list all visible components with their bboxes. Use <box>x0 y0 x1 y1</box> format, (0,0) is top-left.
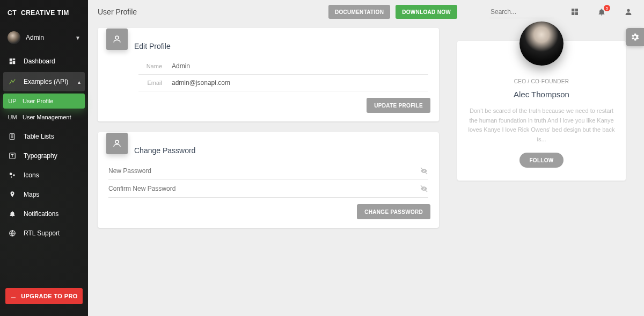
email-input[interactable] <box>172 79 428 87</box>
name-row: Name <box>138 58 428 75</box>
svg-point-6 <box>10 173 12 175</box>
edit-profile-title: Edit Profile <box>134 42 171 51</box>
svg-rect-12 <box>572 12 574 15</box>
new-password-input[interactable] <box>108 167 420 175</box>
sidebar-item-notifications[interactable]: Notifications <box>0 204 88 224</box>
update-profile-button[interactable]: UPDATE PROFILE <box>367 98 430 113</box>
sidebar-item-label: Notifications <box>24 210 58 218</box>
sidebar-subitem-abbr: UP <box>8 98 17 104</box>
sidebar-item-label: Dashboard <box>24 58 55 65</box>
svg-rect-10 <box>572 9 574 11</box>
sidebar-item-label: Icons <box>24 171 39 179</box>
main: User Profile DOCUMENTATION DOWNLOAD NOW … <box>88 0 644 316</box>
upgrade-label: UPGRADE TO PRO <box>21 293 78 299</box>
sidebar-subitem-user-profile[interactable]: UP User Profile <box>3 94 85 109</box>
pin-icon <box>8 191 17 198</box>
svg-rect-0 <box>10 59 12 61</box>
table-icon <box>8 133 17 140</box>
bubble-icon <box>8 171 17 179</box>
confirm-password-input[interactable] <box>108 185 420 192</box>
download-icon <box>10 293 17 299</box>
globe-icon <box>8 229 17 237</box>
sidebar-user-toggle[interactable]: Admin ▼ <box>0 26 88 49</box>
change-password-card: Change Password CHANGE PASSWORD <box>98 132 439 228</box>
svg-rect-3 <box>10 62 12 64</box>
sidebar-item-label: Maps <box>24 191 39 198</box>
sidebar-item-maps[interactable]: Maps <box>0 185 88 204</box>
notification-badge: 5 <box>604 5 610 11</box>
content: Edit Profile Name Email UPDATE PROFILE <box>88 24 644 239</box>
sidebar-subnav: UP User Profile UM User Management <box>0 92 88 125</box>
svg-point-16 <box>115 140 119 143</box>
chevron-up-icon: ▴ <box>78 79 80 85</box>
typography-icon <box>8 152 17 160</box>
sidebar-item-examples[interactable]: Examples (API) ▴ <box>3 72 85 91</box>
svg-point-8 <box>11 176 12 177</box>
sidebar: CT CREATIVE TIM Admin ▼ Dashboard Exampl… <box>0 0 88 316</box>
topbar: User Profile DOCUMENTATION DOWNLOAD NOW … <box>88 0 644 24</box>
new-password-row <box>108 162 428 180</box>
edit-profile-card: Edit Profile Name Email UPDATE PROFILE <box>98 28 439 121</box>
sidebar-subitem-abbr: UM <box>8 114 17 120</box>
sidebar-item-label: RTL Support <box>24 229 60 237</box>
gear-icon <box>630 32 640 42</box>
sidebar-item-label: Examples (API) <box>24 78 71 85</box>
follow-button[interactable]: FOLLOW <box>519 153 563 168</box>
chevron-down-icon: ▼ <box>75 35 80 41</box>
notifications-button[interactable]: 5 <box>596 8 608 16</box>
sidebar-subitem-user-management[interactable]: UM User Management <box>0 110 88 125</box>
profile-bio: Don't be scared of the truth because we … <box>468 106 615 144</box>
name-label: Name <box>138 63 162 69</box>
svg-point-14 <box>627 9 630 12</box>
confirm-password-row <box>108 180 428 198</box>
bell-icon <box>8 210 17 218</box>
logo[interactable]: CT CREATIVE TIM <box>0 0 88 26</box>
email-label: Email <box>138 80 162 86</box>
apps-icon[interactable] <box>569 8 581 16</box>
sidebar-item-table-lists[interactable]: Table Lists <box>0 127 88 146</box>
account-icon[interactable] <box>623 8 634 16</box>
settings-button[interactable] <box>626 28 644 46</box>
profile-role: CEO / CO-FOUNDER <box>468 78 615 84</box>
page-title: User Profile <box>98 8 323 16</box>
name-input[interactable] <box>172 62 428 70</box>
person-icon <box>106 133 128 154</box>
logo-abbr: CT <box>8 9 17 17</box>
svg-rect-2 <box>13 61 16 64</box>
documentation-button[interactable]: DOCUMENTATION <box>328 5 390 19</box>
sidebar-subitem-label: User Profile <box>23 98 53 104</box>
profile-card: CEO / CO-FOUNDER Alec Thompson Don't be … <box>457 41 626 181</box>
svg-point-7 <box>13 174 15 176</box>
examples-icon <box>8 78 17 85</box>
search-input[interactable] <box>489 6 554 18</box>
profile-name: Alec Thompson <box>468 90 615 99</box>
sidebar-item-label: Table Lists <box>24 133 54 140</box>
svg-rect-1 <box>13 59 16 60</box>
sidebar-subitem-label: User Management <box>23 114 71 120</box>
sidebar-user-label: Admin <box>26 34 70 41</box>
svg-rect-13 <box>575 12 578 15</box>
avatar <box>8 31 20 44</box>
sidebar-item-rtl[interactable]: RTL Support <box>0 224 88 243</box>
download-button[interactable]: DOWNLOAD NOW <box>396 5 457 19</box>
svg-rect-11 <box>575 9 578 11</box>
sidebar-nav: Dashboard Examples (API) ▴ <box>0 52 88 92</box>
svg-point-15 <box>115 36 119 39</box>
upgrade-button[interactable]: UPGRADE TO PRO <box>5 288 83 304</box>
sidebar-nav-2: Table Lists Typography Icons Maps Notifi… <box>0 127 88 243</box>
change-password-button[interactable]: CHANGE PASSWORD <box>357 204 430 219</box>
change-password-title: Change Password <box>134 146 195 155</box>
email-row: Email <box>138 75 428 91</box>
visibility-off-icon[interactable] <box>420 167 428 175</box>
sidebar-item-icons[interactable]: Icons <box>0 166 88 185</box>
sidebar-item-typography[interactable]: Typography <box>0 146 88 166</box>
sidebar-item-label: Typography <box>24 152 57 160</box>
logo-text: CREATIVE TIM <box>21 9 69 17</box>
dashboard-icon <box>8 58 17 65</box>
person-icon <box>106 28 128 50</box>
visibility-off-icon[interactable] <box>420 184 428 193</box>
sidebar-item-dashboard[interactable]: Dashboard <box>0 52 88 71</box>
avatar <box>519 21 564 66</box>
